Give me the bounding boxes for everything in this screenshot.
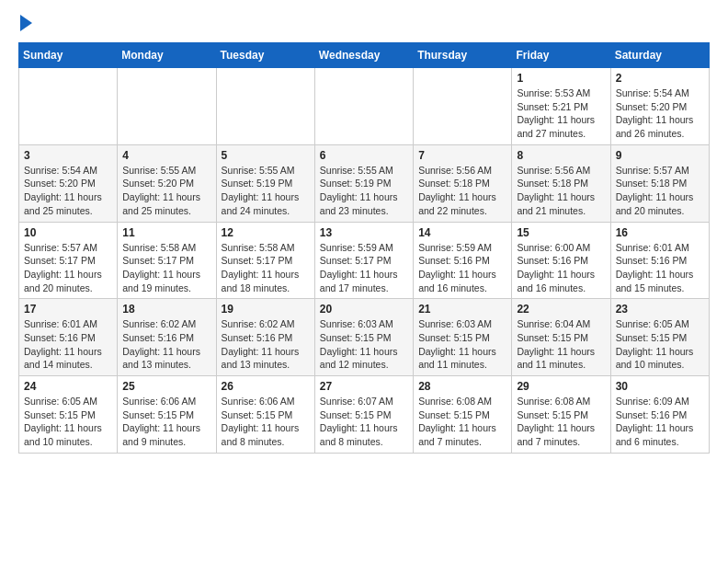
calendar-cell: 27Sunrise: 6:07 AMSunset: 5:15 PMDayligh…	[314, 376, 413, 454]
day-info: Sunrise: 6:07 AMSunset: 5:15 PMDaylight:…	[320, 395, 408, 449]
calendar-cell: 8Sunrise: 5:56 AMSunset: 5:18 PMDaylight…	[512, 144, 610, 222]
day-info: Sunrise: 5:54 AMSunset: 5:20 PMDaylight:…	[24, 164, 112, 218]
day-number: 7	[418, 149, 506, 162]
day-info: Sunrise: 5:55 AMSunset: 5:19 PMDaylight:…	[222, 164, 310, 218]
calendar-table: SundayMondayTuesdayWednesdayThursdayFrid…	[18, 42, 710, 454]
day-number: 27	[320, 380, 408, 393]
calendar-cell: 14Sunrise: 5:59 AMSunset: 5:16 PMDayligh…	[414, 222, 512, 299]
day-number: 14	[418, 226, 506, 239]
calendar-cell: 5Sunrise: 5:55 AMSunset: 5:19 PMDaylight…	[216, 144, 314, 222]
calendar-week-row: 10Sunrise: 5:57 AMSunset: 5:17 PMDayligh…	[19, 222, 710, 299]
calendar-cell: 13Sunrise: 5:59 AMSunset: 5:17 PMDayligh…	[314, 222, 413, 299]
day-number: 8	[517, 149, 605, 162]
calendar-cell: 17Sunrise: 6:01 AMSunset: 5:16 PMDayligh…	[19, 299, 118, 376]
page-header	[18, 15, 710, 33]
calendar-weekday-thursday: Thursday	[414, 43, 512, 68]
day-number: 15	[517, 226, 605, 239]
day-info: Sunrise: 6:01 AMSunset: 5:16 PMDaylight:…	[24, 317, 112, 372]
day-info: Sunrise: 5:57 AMSunset: 5:17 PMDaylight:…	[24, 241, 112, 295]
day-info: Sunrise: 6:01 AMSunset: 5:16 PMDaylight:…	[616, 241, 704, 295]
calendar-cell: 29Sunrise: 6:08 AMSunset: 5:15 PMDayligh…	[512, 376, 610, 454]
logo-arrow-icon	[20, 15, 32, 31]
calendar-cell: 26Sunrise: 6:06 AMSunset: 5:15 PMDayligh…	[216, 376, 314, 454]
day-number: 25	[122, 380, 210, 393]
calendar-cell: 20Sunrise: 6:03 AMSunset: 5:15 PMDayligh…	[314, 299, 413, 376]
day-number: 13	[320, 226, 408, 239]
day-number: 23	[616, 303, 704, 316]
calendar-cell: 10Sunrise: 5:57 AMSunset: 5:17 PMDayligh…	[19, 222, 118, 299]
day-info: Sunrise: 6:03 AMSunset: 5:15 PMDaylight:…	[320, 317, 408, 372]
day-number: 24	[24, 380, 112, 393]
day-info: Sunrise: 6:09 AMSunset: 5:16 PMDaylight:…	[616, 395, 704, 449]
day-info: Sunrise: 6:06 AMSunset: 5:15 PMDaylight:…	[222, 395, 310, 449]
calendar-cell: 9Sunrise: 5:57 AMSunset: 5:18 PMDaylight…	[610, 144, 709, 222]
day-info: Sunrise: 6:08 AMSunset: 5:15 PMDaylight:…	[517, 395, 605, 449]
day-info: Sunrise: 5:57 AMSunset: 5:18 PMDaylight:…	[616, 164, 704, 218]
calendar-week-row: 3Sunrise: 5:54 AMSunset: 5:20 PMDaylight…	[19, 144, 710, 222]
day-info: Sunrise: 5:55 AMSunset: 5:20 PMDaylight:…	[122, 164, 210, 218]
day-info: Sunrise: 5:58 AMSunset: 5:17 PMDaylight:…	[122, 241, 210, 295]
calendar-cell: 25Sunrise: 6:06 AMSunset: 5:15 PMDayligh…	[118, 376, 216, 454]
day-info: Sunrise: 5:54 AMSunset: 5:20 PMDaylight:…	[616, 86, 704, 141]
calendar-cell	[118, 68, 216, 145]
calendar-weekday-friday: Friday	[512, 43, 610, 68]
calendar-week-row: 1Sunrise: 5:53 AMSunset: 5:21 PMDaylight…	[19, 68, 710, 145]
day-info: Sunrise: 6:03 AMSunset: 5:15 PMDaylight:…	[418, 317, 506, 372]
day-info: Sunrise: 5:56 AMSunset: 5:18 PMDaylight:…	[418, 164, 506, 218]
calendar-cell: 19Sunrise: 6:02 AMSunset: 5:16 PMDayligh…	[216, 299, 314, 376]
calendar-cell: 22Sunrise: 6:04 AMSunset: 5:15 PMDayligh…	[512, 299, 610, 376]
day-number: 21	[418, 303, 506, 316]
day-number: 29	[517, 380, 605, 393]
day-info: Sunrise: 5:58 AMSunset: 5:17 PMDaylight:…	[222, 241, 310, 295]
calendar-cell: 12Sunrise: 5:58 AMSunset: 5:17 PMDayligh…	[216, 222, 314, 299]
day-number: 1	[517, 72, 605, 85]
calendar-cell: 15Sunrise: 6:00 AMSunset: 5:16 PMDayligh…	[512, 222, 610, 299]
day-number: 11	[122, 226, 210, 239]
calendar-weekday-tuesday: Tuesday	[216, 43, 314, 68]
calendar-cell: 2Sunrise: 5:54 AMSunset: 5:20 PMDaylight…	[610, 68, 709, 145]
calendar-week-row: 24Sunrise: 6:05 AMSunset: 5:15 PMDayligh…	[19, 376, 710, 454]
calendar-weekday-saturday: Saturday	[610, 43, 709, 68]
day-info: Sunrise: 6:00 AMSunset: 5:16 PMDaylight:…	[517, 241, 605, 295]
day-number: 12	[222, 226, 310, 239]
calendar-weekday-monday: Monday	[118, 43, 216, 68]
calendar-cell: 30Sunrise: 6:09 AMSunset: 5:16 PMDayligh…	[610, 376, 709, 454]
day-number: 4	[122, 149, 210, 162]
day-number: 5	[222, 149, 310, 162]
day-number: 16	[616, 226, 704, 239]
calendar-cell: 7Sunrise: 5:56 AMSunset: 5:18 PMDaylight…	[414, 144, 512, 222]
calendar-cell: 11Sunrise: 5:58 AMSunset: 5:17 PMDayligh…	[118, 222, 216, 299]
day-number: 28	[418, 380, 506, 393]
calendar-cell: 24Sunrise: 6:05 AMSunset: 5:15 PMDayligh…	[19, 376, 118, 454]
calendar-header: SundayMondayTuesdayWednesdayThursdayFrid…	[19, 43, 710, 68]
day-info: Sunrise: 5:59 AMSunset: 5:17 PMDaylight:…	[320, 241, 408, 295]
calendar-cell: 16Sunrise: 6:01 AMSunset: 5:16 PMDayligh…	[610, 222, 709, 299]
calendar-cell: 4Sunrise: 5:55 AMSunset: 5:20 PMDaylight…	[118, 144, 216, 222]
day-number: 9	[616, 149, 704, 162]
calendar-cell	[314, 68, 413, 145]
day-info: Sunrise: 6:02 AMSunset: 5:16 PMDaylight:…	[122, 317, 210, 372]
day-info: Sunrise: 6:08 AMSunset: 5:15 PMDaylight:…	[418, 395, 506, 449]
calendar-body: 1Sunrise: 5:53 AMSunset: 5:21 PMDaylight…	[19, 68, 710, 454]
day-number: 17	[24, 303, 112, 316]
calendar-cell: 18Sunrise: 6:02 AMSunset: 5:16 PMDayligh…	[118, 299, 216, 376]
calendar-cell: 6Sunrise: 5:55 AMSunset: 5:19 PMDaylight…	[314, 144, 413, 222]
calendar-header-row: SundayMondayTuesdayWednesdayThursdayFrid…	[19, 43, 710, 68]
day-number: 30	[616, 380, 704, 393]
calendar-cell	[19, 68, 118, 145]
day-number: 19	[222, 303, 310, 316]
calendar-weekday-wednesday: Wednesday	[314, 43, 413, 68]
logo	[18, 15, 32, 33]
day-info: Sunrise: 5:53 AMSunset: 5:21 PMDaylight:…	[517, 86, 605, 141]
day-info: Sunrise: 6:04 AMSunset: 5:15 PMDaylight:…	[517, 317, 605, 372]
day-number: 6	[320, 149, 408, 162]
day-number: 10	[24, 226, 112, 239]
calendar-cell	[414, 68, 512, 145]
day-info: Sunrise: 5:59 AMSunset: 5:16 PMDaylight:…	[418, 241, 506, 295]
day-number: 22	[517, 303, 605, 316]
day-number: 18	[122, 303, 210, 316]
calendar-cell: 21Sunrise: 6:03 AMSunset: 5:15 PMDayligh…	[414, 299, 512, 376]
day-number: 2	[616, 72, 704, 85]
calendar-cell: 28Sunrise: 6:08 AMSunset: 5:15 PMDayligh…	[414, 376, 512, 454]
day-info: Sunrise: 5:55 AMSunset: 5:19 PMDaylight:…	[320, 164, 408, 218]
